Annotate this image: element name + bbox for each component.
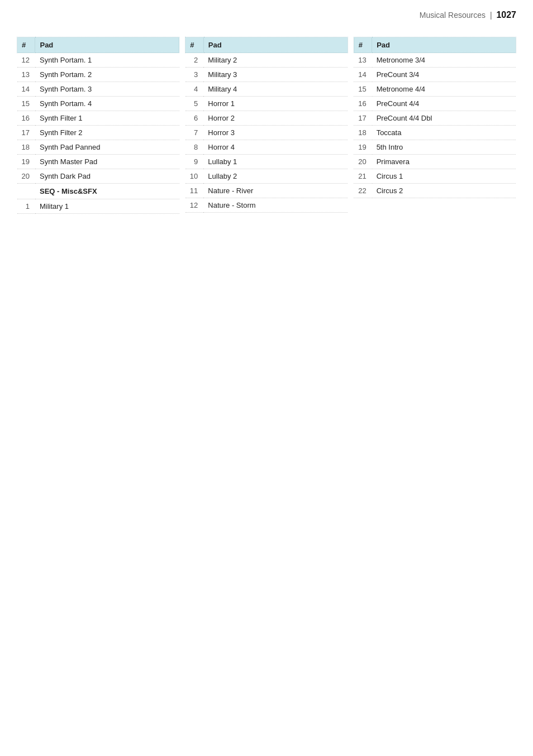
row-number: 15	[354, 82, 372, 97]
row-number: 14	[17, 82, 35, 97]
row-name: Horror 3	[203, 126, 348, 140]
table-row: 13Synth Portam. 2	[17, 68, 179, 82]
section-label: SEQ - Misc&SFX	[35, 184, 179, 199]
row-name: Military 4	[203, 82, 348, 97]
row-name: Synth Portam. 2	[35, 68, 179, 82]
table-row: 7Horror 3	[185, 126, 348, 140]
row-name: Lullaby 2	[203, 169, 348, 184]
table-row: 21Circus 1	[354, 169, 516, 184]
row-name: Circus 1	[372, 169, 516, 184]
row-name: 5th Intro	[372, 140, 516, 155]
table-row: 15Synth Portam. 4	[17, 97, 179, 111]
table-row: 6Horror 2	[185, 111, 348, 126]
row-number: 2	[185, 53, 203, 68]
row-number: 21	[354, 169, 372, 184]
row-number: 19	[17, 155, 35, 169]
table-row: 8Horror 4	[185, 140, 348, 155]
header-separator: |	[490, 11, 492, 20]
table-row: 22Circus 2	[354, 184, 516, 198]
row-number: 17	[354, 111, 372, 126]
row-number: 12	[17, 53, 35, 68]
row-name: Synth Dark Pad	[35, 169, 179, 184]
table-row: 5Horror 1	[185, 97, 348, 111]
row-name: Synth Pad Panned	[35, 140, 179, 155]
row-number: 12	[185, 198, 203, 213]
page-number: 1027	[496, 10, 516, 20]
row-name: Synth Filter 2	[35, 126, 179, 140]
row-name: Synth Portam. 4	[35, 97, 179, 111]
row-number: 22	[354, 184, 372, 198]
row-name: Nature - Storm	[203, 198, 348, 213]
page-title: Musical Resources	[420, 11, 486, 20]
table-row: SEQ - Misc&SFX	[17, 184, 179, 199]
row-name: Synth Master Pad	[35, 155, 179, 169]
table-row: 195th Intro	[354, 140, 516, 155]
row-name: Military 3	[203, 68, 348, 82]
table3-header-pad: Pad	[372, 37, 516, 53]
table1-header-pad: Pad	[35, 37, 179, 53]
table3-header-num: #	[354, 37, 372, 53]
table-row: 11Nature - River	[185, 184, 348, 198]
row-number: 18	[17, 140, 35, 155]
row-name: PreCount 4/4 Dbl	[372, 111, 516, 126]
table-row: 20Synth Dark Pad	[17, 169, 179, 184]
row-name: PreCount 3/4	[372, 68, 516, 82]
table-row: 14Synth Portam. 3	[17, 82, 179, 97]
table1: # Pad 12Synth Portam. 113Synth Portam. 2…	[17, 37, 179, 214]
row-name: Synth Portam. 3	[35, 82, 179, 97]
section-num	[17, 184, 35, 199]
row-number: 20	[17, 169, 35, 184]
table-row: 20Primavera	[354, 155, 516, 169]
table-row: 13Metronome 3/4	[354, 53, 516, 68]
table-row: 1Military 1	[17, 199, 179, 214]
row-name: Metronome 3/4	[372, 53, 516, 68]
table-row: 2Military 2	[185, 53, 348, 68]
row-number: 1	[17, 199, 35, 214]
row-name: Military 2	[203, 53, 348, 68]
row-number: 5	[185, 97, 203, 111]
row-name: Horror 4	[203, 140, 348, 155]
table2-header-pad: Pad	[203, 37, 348, 53]
row-name: PreCount 4/4	[372, 97, 516, 111]
row-name: Military 1	[35, 199, 179, 214]
table3-wrapper: # Pad 13Metronome 3/414PreCount 3/415Met…	[354, 37, 516, 198]
row-number: 3	[185, 68, 203, 82]
table-row: 19Synth Master Pad	[17, 155, 179, 169]
table2: # Pad 2Military 23Military 34Military 45…	[185, 37, 348, 213]
row-number: 10	[185, 169, 203, 184]
row-name: Lullaby 1	[203, 155, 348, 169]
row-number: 6	[185, 111, 203, 126]
row-number: 15	[17, 97, 35, 111]
table-row: 16PreCount 4/4	[354, 97, 516, 111]
row-name: Synth Portam. 1	[35, 53, 179, 68]
table-row: 17PreCount 4/4 Dbl	[354, 111, 516, 126]
table-row: 15Metronome 4/4	[354, 82, 516, 97]
row-name: Synth Filter 1	[35, 111, 179, 126]
tables-container: # Pad 12Synth Portam. 113Synth Portam. 2…	[0, 26, 533, 225]
row-number: 4	[185, 82, 203, 97]
row-name: Metronome 4/4	[372, 82, 516, 97]
row-name: Toccata	[372, 126, 516, 140]
table2-header-num: #	[185, 37, 203, 53]
row-name: Circus 2	[372, 184, 516, 198]
row-number: 16	[17, 111, 35, 126]
row-number: 19	[354, 140, 372, 155]
page-header: Musical Resources | 1027	[0, 0, 533, 26]
table-row: 4Military 4	[185, 82, 348, 97]
table2-wrapper: # Pad 2Military 23Military 34Military 45…	[185, 37, 348, 213]
row-number: 20	[354, 155, 372, 169]
table1-header-num: #	[17, 37, 35, 53]
table-row: 16Synth Filter 1	[17, 111, 179, 126]
table-row: 12Nature - Storm	[185, 198, 348, 213]
row-number: 7	[185, 126, 203, 140]
row-name: Primavera	[372, 155, 516, 169]
row-name: Horror 1	[203, 97, 348, 111]
row-name: Nature - River	[203, 184, 348, 198]
row-number: 18	[354, 126, 372, 140]
table-row: 10Lullaby 2	[185, 169, 348, 184]
row-number: 16	[354, 97, 372, 111]
table-row: 18Toccata	[354, 126, 516, 140]
table-row: 9Lullaby 1	[185, 155, 348, 169]
row-number: 13	[17, 68, 35, 82]
row-number: 14	[354, 68, 372, 82]
